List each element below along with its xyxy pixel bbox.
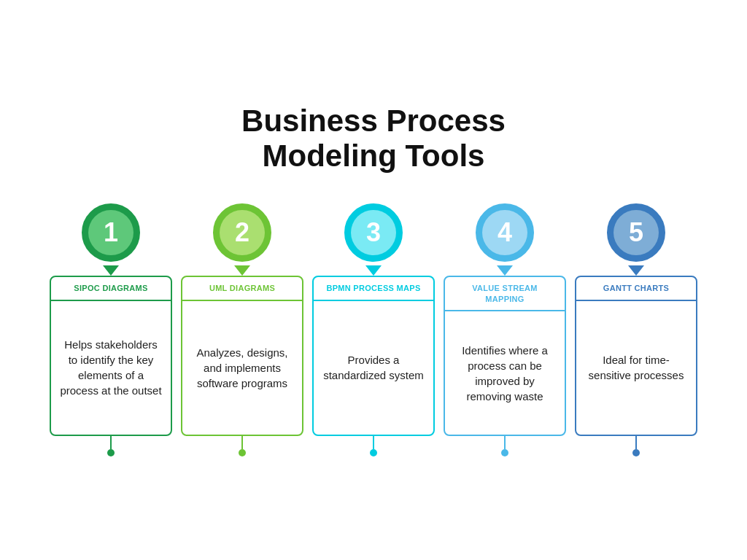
balloon-circle-4: 4	[476, 203, 534, 262]
card-column-3: 3 BPMN PROCESS MAPS Provides a standardi…	[312, 200, 435, 456]
connector-2	[239, 436, 246, 456]
page-title: Business Process Modeling Tools	[241, 104, 506, 174]
balloon-number-2: 2	[235, 217, 249, 248]
balloon-pointer-1	[103, 265, 119, 276]
card-header-4: VALUE STREAM MAPPING	[445, 277, 565, 311]
card-body-1: Helps stakeholders to identify the key e…	[51, 301, 171, 435]
balloon-pointer-2	[234, 265, 250, 276]
balloon-circle-1: 1	[82, 203, 140, 262]
card-header-3: BPMN PROCESS MAPS	[314, 277, 433, 300]
inner-circle-5: 5	[614, 210, 659, 255]
inner-circle-3: 3	[351, 210, 396, 255]
connector-dot-4	[501, 449, 508, 456]
connector-dot-5	[632, 449, 640, 456]
card-header-5: GANTT CHARTS	[576, 277, 696, 300]
balloon-circle-5: 5	[607, 203, 665, 262]
connector-3	[370, 436, 377, 456]
connector-4	[501, 436, 508, 456]
card-body-3: Provides a standardized system	[314, 301, 433, 435]
inner-circle-1: 1	[88, 210, 133, 255]
card-box-1: SIPOC DIAGRAMS Helps stakeholders to ide…	[50, 276, 172, 436]
card-box-3: BPMN PROCESS MAPS Provides a standardize…	[312, 276, 435, 436]
cards-row: 1 SIPOC DIAGRAMS Helps stakeholders to i…	[50, 200, 697, 456]
connector-line-4	[504, 436, 506, 449]
card-box-5: GANTT CHARTS Ideal for time-sensitive pr…	[575, 276, 697, 436]
card-body-5: Ideal for time-sensitive processes	[576, 301, 696, 435]
balloon-circle-3: 3	[344, 203, 403, 262]
balloon-1: 1	[82, 200, 140, 265]
balloon-pointer-4	[497, 265, 513, 276]
balloon-5: 5	[607, 200, 665, 265]
inner-circle-2: 2	[220, 210, 265, 255]
balloon-number-4: 4	[498, 217, 512, 248]
balloon-number-1: 1	[104, 217, 118, 248]
balloon-number-5: 5	[629, 217, 643, 248]
balloon-circle-2: 2	[213, 203, 271, 262]
card-box-4: VALUE STREAM MAPPING Identifies where a …	[444, 276, 566, 436]
card-box-2: UML DIAGRAMS Analyzes, designs, and impl…	[181, 276, 303, 436]
balloon-4: 4	[476, 200, 534, 265]
card-column-2: 2 UML DIAGRAMS Analyzes, designs, and im…	[181, 200, 303, 456]
connector-dot-1	[107, 449, 115, 456]
connector-line-2	[241, 436, 243, 449]
connector-line-1	[110, 436, 112, 449]
connector-5	[632, 436, 640, 456]
card-header-1: SIPOC DIAGRAMS	[51, 277, 171, 300]
connector-dot-2	[239, 449, 246, 456]
balloon-number-3: 3	[366, 217, 381, 248]
card-column-5: 5 GANTT CHARTS Ideal for time-sensitive …	[575, 200, 697, 456]
connector-dot-3	[370, 449, 377, 456]
card-column-1: 1 SIPOC DIAGRAMS Helps stakeholders to i…	[50, 200, 172, 456]
balloon-3: 3	[344, 200, 403, 265]
balloon-2: 2	[213, 200, 271, 265]
balloon-pointer-3	[365, 265, 382, 276]
connector-1	[107, 436, 115, 456]
connector-line-3	[373, 436, 374, 449]
inner-circle-4: 4	[482, 210, 527, 255]
card-body-4: Identifies where a process can be improv…	[445, 311, 565, 435]
card-column-4: 4 VALUE STREAM MAPPING Identifies where …	[444, 200, 566, 456]
balloon-pointer-5	[628, 265, 644, 276]
card-body-2: Analyzes, designs, and implements softwa…	[182, 301, 302, 435]
card-header-2: UML DIAGRAMS	[182, 277, 302, 300]
connector-line-5	[635, 436, 637, 449]
